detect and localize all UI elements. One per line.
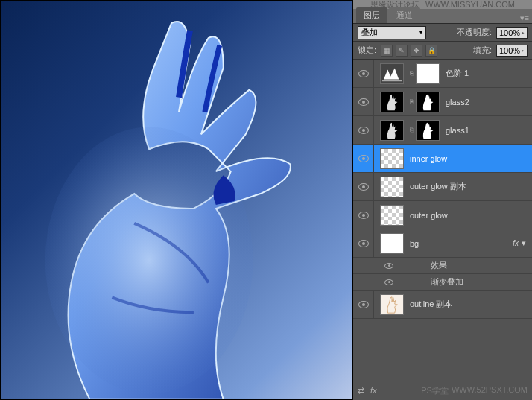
opacity-input[interactable]: 100% ▸ <box>496 27 528 39</box>
layer-thumb[interactable] <box>380 120 404 141</box>
layer-name[interactable]: outer glow <box>407 211 526 220</box>
layer-row[interactable]: ⎘ glass2 <box>353 88 532 116</box>
effects-header[interactable]: 效果 <box>353 258 532 274</box>
layer-name[interactable]: glass2 <box>443 98 526 107</box>
eye-icon <box>384 279 393 285</box>
lock-row: 锁定: ▦ ✎ ✥ 🔒 填充: 100% ▸ <box>353 42 532 60</box>
layer-row[interactable]: outline 副本 <box>353 291 532 319</box>
effect-item[interactable]: 渐变叠加 <box>353 274 532 291</box>
panel-menu-icon[interactable]: ▾≡ <box>520 13 529 23</box>
layer-row[interactable]: ⎘ 色阶 1 <box>353 60 532 88</box>
fill-input[interactable]: 100% ▸ <box>496 45 528 57</box>
effect-name: 渐变叠加 <box>398 276 463 288</box>
visibility-toggle[interactable] <box>353 60 374 87</box>
blend-mode-select[interactable]: 叠加 ▾ <box>358 26 426 39</box>
footer-watermark-a: PS学堂 <box>421 385 449 396</box>
footer-watermark-b: WWW.52PSXT.COM <box>452 385 528 396</box>
layer-thumb[interactable] <box>380 177 404 197</box>
layer-row[interactable]: bg fx ▾ <box>353 229 532 258</box>
panel-footer: ⇄ fx PS学堂 WWW.52PSXT.COM <box>353 381 532 400</box>
svg-rect-1 <box>382 80 402 81</box>
visibility-toggle[interactable] <box>380 279 398 285</box>
visibility-toggle[interactable] <box>353 145 374 172</box>
arrow-icon: ▸ <box>522 30 525 36</box>
lock-all-icon[interactable]: 🔒 <box>425 45 437 57</box>
visibility-toggle[interactable] <box>353 116 374 144</box>
effects-label: 效果 <box>398 260 447 271</box>
link-icon[interactable]: ⎘ <box>407 63 416 84</box>
lock-pixels-icon[interactable]: ✎ <box>396 45 408 57</box>
layers-list[interactable]: ⎘ 色阶 1 ⎘ glass2 ⎘ glass1 inner glow <box>353 60 532 381</box>
blend-mode-value: 叠加 <box>361 27 378 38</box>
fill-label: 填充: <box>473 45 492 56</box>
layer-row[interactable]: outer glow 副本 <box>353 173 532 201</box>
layer-name[interactable]: inner glow <box>407 154 526 163</box>
visibility-toggle[interactable] <box>353 201 374 229</box>
mask-thumb[interactable] <box>416 92 440 112</box>
layer-style-icon[interactable]: fx <box>370 386 377 396</box>
eye-icon <box>358 127 369 134</box>
tab-layers[interactable]: 图层 <box>356 7 387 23</box>
visibility-toggle[interactable] <box>353 173 374 200</box>
layer-name[interactable]: 色阶 1 <box>443 68 526 79</box>
opacity-label: 不透明度: <box>457 27 492 38</box>
fx-expand-icon[interactable]: ▾ <box>522 238 526 248</box>
panel-tabs: 图层 通道 ▾≡ <box>353 9 532 24</box>
layer-row-selected[interactable]: inner glow <box>353 145 532 173</box>
layer-row[interactable]: outer glow <box>353 201 532 229</box>
eye-icon <box>358 183 369 191</box>
layer-name[interactable]: outer glow 副本 <box>407 181 526 192</box>
document-canvas[interactable] <box>0 0 353 400</box>
visibility-toggle[interactable] <box>353 291 374 318</box>
visibility-toggle[interactable] <box>380 263 398 269</box>
lock-transparency-icon[interactable]: ▦ <box>381 45 393 57</box>
link-layers-icon[interactable]: ⇄ <box>358 386 364 396</box>
layer-options-row: 叠加 ▾ 不透明度: 100% ▸ <box>353 24 532 42</box>
layer-row[interactable]: ⎘ glass1 <box>353 116 532 145</box>
tab-channels[interactable]: 通道 <box>389 7 420 23</box>
eye-icon <box>358 98 369 106</box>
opacity-value: 100% <box>499 28 520 37</box>
layer-thumb[interactable] <box>380 148 404 169</box>
mask-thumb[interactable] <box>416 120 440 141</box>
visibility-toggle[interactable] <box>353 88 374 115</box>
dropdown-arrow-icon: ▾ <box>419 29 422 36</box>
layer-name[interactable]: glass1 <box>443 126 526 135</box>
layer-thumb[interactable] <box>380 205 404 226</box>
watermark-url: WWW.MISSYUAN.COM <box>425 0 515 9</box>
svg-point-0 <box>45 127 253 393</box>
layer-name[interactable]: bg <box>407 239 513 248</box>
fill-value: 100% <box>499 46 520 55</box>
visibility-toggle[interactable] <box>353 229 374 257</box>
layer-thumb[interactable] <box>380 294 404 315</box>
eye-icon <box>358 301 369 308</box>
eye-icon <box>358 70 369 77</box>
eye-icon <box>358 212 369 219</box>
layer-thumb[interactable] <box>380 233 404 254</box>
link-icon[interactable]: ⎘ <box>407 120 416 141</box>
layers-panel: 思缘设计论坛 WWW.MISSYUAN.COM 图层 通道 ▾≡ 叠加 ▾ 不透… <box>353 0 532 400</box>
eye-icon <box>384 263 393 269</box>
eye-icon <box>358 240 369 247</box>
layer-name[interactable]: outline 副本 <box>407 299 526 310</box>
fx-badge[interactable]: fx <box>513 239 519 247</box>
lock-position-icon[interactable]: ✥ <box>411 45 422 57</box>
eye-icon <box>358 155 369 162</box>
mask-thumb[interactable] <box>416 63 440 84</box>
hand-image <box>1 1 352 399</box>
lock-label: 锁定: <box>358 45 376 56</box>
adjustment-thumb[interactable] <box>380 63 404 84</box>
layer-thumb[interactable] <box>380 92 404 112</box>
link-icon[interactable]: ⎘ <box>407 92 416 112</box>
arrow-icon: ▸ <box>522 48 525 54</box>
